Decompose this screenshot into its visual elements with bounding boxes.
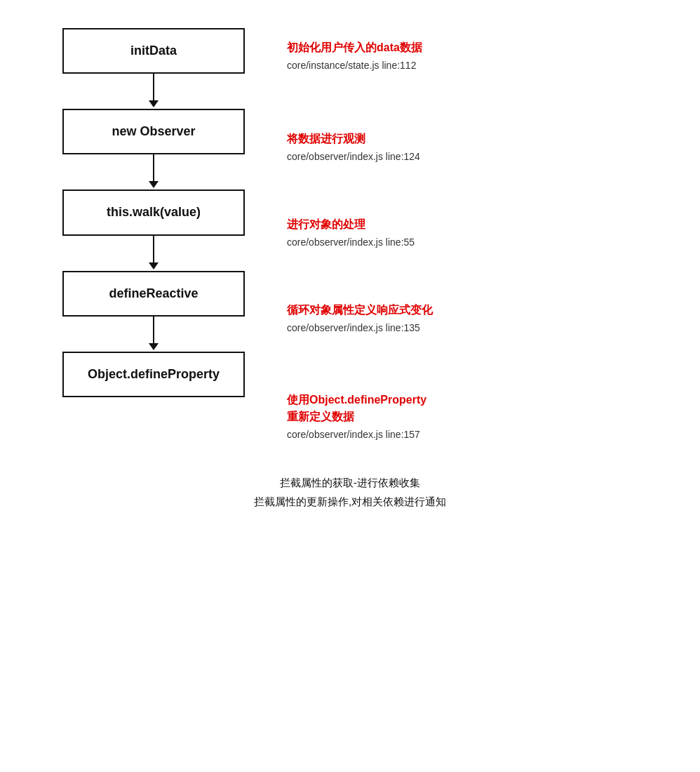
arrow-4 — [149, 317, 159, 352]
arrow-head-4 — [149, 343, 159, 350]
node-newObserver-label: new Observer — [112, 124, 195, 138]
footer-line2: 拦截属性的更新操作,对相关依赖进行通知 — [14, 492, 686, 511]
annotation-3-file: core/observer/index.js line:55 — [287, 236, 652, 250]
node-thisWalk-label: this.walk(value) — [107, 205, 201, 219]
node-initData-label: initData — [130, 44, 177, 58]
node-objectDefineProperty-label: Object.defineProperty — [88, 367, 220, 381]
node-objectDefineProperty: Object.defineProperty — [62, 352, 245, 397]
arrow-2 — [149, 154, 159, 189]
annotation-4-file: core/observer/index.js line:135 — [287, 321, 652, 335]
arrow-head-3 — [149, 262, 159, 269]
node-thisWalk: this.walk(value) — [62, 189, 245, 235]
arrow-line-1 — [153, 74, 155, 100]
spacer-1 — [287, 84, 652, 119]
annotation-3-title: 进行对象的处理 — [287, 216, 652, 233]
flow-column: initData new Observer this.walk(value) — [48, 28, 259, 397]
diagram-container: initData new Observer this.walk(value) — [14, 28, 686, 511]
annotation-4: 循环对象属性定义响应式变化 core/observer/index.js lin… — [287, 291, 652, 347]
arrow-line-3 — [153, 236, 155, 262]
annotation-2-file: core/observer/index.js line:124 — [287, 150, 652, 164]
annotation-3: 进行对象的处理 core/observer/index.js line:55 — [287, 211, 652, 255]
arrow-head-1 — [149, 100, 159, 107]
annotation-2-title: 将数据进行观测 — [287, 131, 652, 147]
arrow-3 — [149, 236, 159, 271]
arrow-line-2 — [153, 154, 155, 181]
node-newObserver: new Observer — [62, 109, 245, 154]
arrow-line-4 — [153, 317, 155, 343]
annotation-5-file: core/observer/index.js line:157 — [287, 428, 652, 442]
spacer-2 — [287, 175, 652, 211]
spacer-3 — [287, 255, 652, 291]
annotation-2: 将数据进行观测 core/observer/index.js line:124 — [287, 119, 652, 175]
annotation-1: 初始化用户传入的data数据 core/instance/state.js li… — [287, 28, 652, 84]
node-defineReactive: defineReactive — [62, 271, 245, 317]
footer: 拦截属性的获取-进行依赖收集 拦截属性的更新操作,对相关依赖进行通知 — [14, 473, 686, 511]
main-row: initData new Observer this.walk(value) — [48, 28, 652, 452]
arrow-1 — [149, 74, 159, 109]
spacer-4 — [287, 347, 652, 382]
annotation-5: 使用Object.defineProperty 重新定义数据 core/obse… — [287, 382, 652, 452]
annotation-column: 初始化用户传入的data数据 core/instance/state.js li… — [287, 28, 652, 452]
annotation-5-title: 使用Object.defineProperty 重新定义数据 — [287, 392, 652, 425]
arrow-head-2 — [149, 181, 159, 188]
node-initData: initData — [62, 28, 245, 74]
annotation-1-file: core/instance/state.js line:112 — [287, 59, 652, 73]
annotation-4-title: 循环对象属性定义响应式变化 — [287, 302, 652, 319]
node-defineReactive-label: defineReactive — [109, 286, 198, 300]
footer-line1: 拦截属性的获取-进行依赖收集 — [14, 473, 686, 492]
annotation-1-title: 初始化用户传入的data数据 — [287, 39, 652, 56]
